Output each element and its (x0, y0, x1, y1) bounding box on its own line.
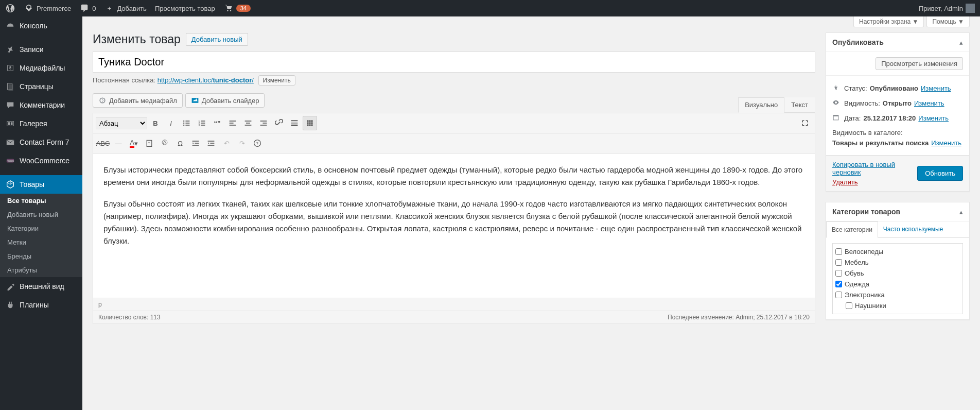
svg-rect-29 (246, 123, 250, 124)
add-new-button[interactable]: Добавить новый (186, 33, 248, 46)
category-checkbox[interactable] (835, 292, 842, 298)
update-button[interactable]: Обновить (917, 166, 963, 181)
category-checkbox[interactable] (835, 248, 842, 255)
category-item-3[interactable]: Одежда (835, 279, 960, 289)
sidebar-item-5[interactable]: Галерея (0, 114, 82, 133)
category-checkbox[interactable] (835, 259, 842, 266)
edit-date-link[interactable]: Изменить (918, 114, 949, 122)
format-select[interactable]: Абзац (96, 117, 147, 129)
sidebar-item-6[interactable]: Contact Form 7 (0, 133, 82, 151)
category-item-4[interactable]: Электроника (835, 289, 960, 300)
view-product-link[interactable]: Просмотреть товар (155, 5, 215, 12)
sidebar-sub-item-4[interactable]: Бренды (0, 249, 82, 263)
comments-link[interactable]: 0 (79, 3, 96, 13)
sidebar-item-4[interactable]: Комментарии (0, 96, 82, 114)
sidebar-label: Консоль (20, 22, 47, 30)
edit-permalink-button[interactable]: Изменить (258, 75, 295, 86)
svg-rect-33 (260, 125, 267, 126)
blockquote-button[interactable]: “” (210, 116, 224, 130)
tab-text[interactable]: Текст (784, 97, 815, 112)
avatar (966, 4, 975, 13)
link-button[interactable] (272, 116, 286, 130)
delete-link[interactable]: Удалить (832, 178, 917, 186)
sidebar-item-7[interactable]: wooWooCommerce (0, 151, 82, 170)
svg-point-17 (183, 125, 184, 126)
redo-button[interactable]: ↷ (235, 136, 249, 150)
cat-tab-all[interactable]: Все категории (826, 221, 878, 238)
pin-icon (5, 44, 15, 55)
sidebar-item-3[interactable]: Страницы (0, 77, 82, 96)
sidebar-label: Записи (20, 45, 43, 54)
pastetext-button[interactable]: T (142, 136, 156, 150)
bold-button[interactable]: B (148, 116, 163, 130)
sidebar-sub-item-2[interactable]: Категории (0, 221, 82, 235)
element-path: p (93, 298, 815, 311)
sidebar-sub-item-3[interactable]: Метки (0, 235, 82, 249)
category-item-2[interactable]: Обувь (835, 268, 960, 279)
toggle-publish-icon[interactable]: ▴ (959, 39, 963, 46)
svg-rect-43 (311, 122, 312, 124)
indent-button[interactable] (204, 136, 218, 150)
hr-button[interactable]: — (111, 136, 126, 150)
sidebar-item-10[interactable]: Плагины (0, 296, 82, 314)
permalink-link[interactable]: http://wp-client.loc/tunic-doctor/ (157, 76, 254, 84)
sidebar-item-1[interactable]: Записи (0, 40, 82, 59)
wp-logo[interactable] (5, 3, 15, 13)
edit-status-link[interactable]: Изменить (921, 84, 951, 92)
add-slider-button[interactable]: Добавить слайдер (185, 93, 265, 108)
category-item-0[interactable]: Велосипеды (835, 246, 960, 257)
editor: Абзац B I 123 “” ABC — A (93, 113, 815, 324)
svg-rect-49 (192, 141, 199, 142)
add-new-link[interactable]: ＋Добавить (104, 3, 146, 13)
category-checkbox[interactable] (835, 270, 842, 277)
sidebar-sub-item-1[interactable]: Добавить новый (0, 208, 82, 221)
tab-visual[interactable]: Визуально (738, 97, 784, 113)
textcolor-button[interactable]: A▾ (127, 136, 141, 150)
edit-visibility-link[interactable]: Изменить (914, 99, 944, 107)
sidebar-item-0[interactable]: Консоль (0, 16, 82, 35)
category-checkbox[interactable] (846, 302, 852, 309)
svg-rect-34 (291, 120, 298, 121)
more-button[interactable] (287, 116, 302, 130)
toggle-categories-icon[interactable]: ▴ (959, 208, 963, 216)
admin-bar: Premmerce 0 ＋Добавить Просмотреть товар … (0, 0, 980, 16)
sidebar-item-9[interactable]: Внешний вид (0, 277, 82, 296)
removeformat-button[interactable] (157, 136, 172, 150)
help-button-editor[interactable]: ? (250, 136, 265, 150)
cat-tab-freq[interactable]: Часто используемые (878, 221, 948, 237)
title-input[interactable] (93, 52, 815, 73)
outdent-button[interactable] (188, 136, 203, 150)
alignleft-button[interactable] (225, 116, 240, 130)
kitchensink-button[interactable] (303, 116, 317, 130)
charmap-button[interactable]: Ω (173, 136, 187, 150)
undo-button[interactable]: ↶ (219, 136, 234, 150)
site-name-link[interactable]: Premmerce (24, 3, 71, 13)
greeting-link[interactable]: Привет, Admin (919, 4, 975, 13)
edit-catalog-link[interactable]: Изменить (931, 139, 961, 147)
italic-button[interactable]: I (164, 116, 178, 130)
svg-text:woo: woo (7, 159, 14, 163)
strikethrough-button[interactable]: ABC (96, 136, 110, 150)
category-checkbox[interactable] (835, 281, 842, 287)
updates-badge: 34 (236, 5, 251, 12)
editor-content[interactable]: Блузы исторически представляют собой бок… (93, 153, 815, 298)
aligncenter-button[interactable] (241, 116, 255, 130)
fullscreen-button[interactable] (798, 116, 812, 130)
screen-options-button[interactable]: Настройки экрана ▼ (853, 16, 924, 27)
numlist-button[interactable]: 123 (195, 116, 209, 130)
cart-updates-link[interactable]: 34 (223, 3, 251, 13)
category-item-1[interactable]: Мебель (835, 257, 960, 268)
sidebar-sub-item-5[interactable]: Атрибуты (0, 263, 82, 277)
copy-draft-link[interactable]: Копировать в новый черновик (832, 161, 917, 176)
add-media-button[interactable]: Добавить медиафайл (93, 93, 183, 108)
svg-point-0 (227, 10, 228, 11)
bullist-button[interactable] (179, 116, 194, 130)
sidebar-item-2[interactable]: Медиафайлы (0, 59, 82, 77)
sidebar-sub-item-0[interactable]: Все товары (0, 194, 82, 208)
alignright-button[interactable] (256, 116, 271, 130)
category-item-5[interactable]: Наушники (835, 300, 960, 311)
sidebar-item-8[interactable]: Товары (0, 175, 82, 194)
preview-button[interactable]: Просмотреть изменения (876, 57, 963, 70)
publish-title: Опубликовать (832, 38, 884, 46)
help-button[interactable]: Помощь ▼ (926, 16, 970, 27)
